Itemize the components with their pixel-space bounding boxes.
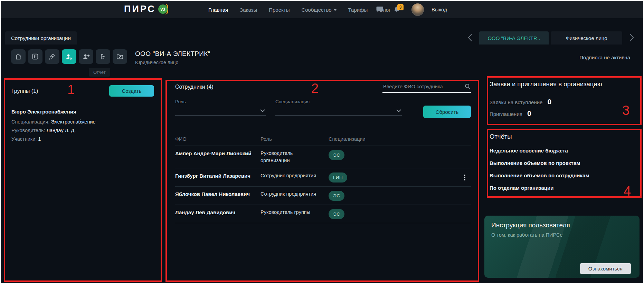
structure-icon[interactable] [96, 49, 110, 64]
top-navbar: ПИРС v3 Главная Заказы Проекты Сообществ… [1, 1, 643, 18]
employees-table-header: ФИО Роль Специализации [175, 136, 471, 146]
annotation-number-3: 3 [622, 103, 629, 118]
search-icon[interactable] [464, 83, 471, 90]
tabs-scroll-left-icon[interactable] [468, 34, 472, 41]
spec-filter-select[interactable] [275, 105, 402, 116]
instruction-subtitle: О том, как работать на ПИРСе [491, 232, 633, 238]
groups-title: Группы (1) [11, 88, 38, 94]
header-specs: Специализации [329, 136, 471, 142]
employees-title: Сотрудники (4) [175, 84, 214, 90]
folder-share-icon[interactable] [113, 49, 127, 64]
table-row[interactable]: Ландау Лев Давидович Руководитель группы… [175, 205, 471, 223]
tab-org-employees[interactable]: Сотрудники организации [5, 31, 77, 45]
nav-link-home[interactable]: Главная [208, 7, 228, 13]
nav-link-projects[interactable]: Проекты [269, 7, 290, 13]
nav-link-orders[interactable]: Заказы [240, 7, 257, 13]
org-type: Юридическое лицо [135, 60, 210, 65]
subscription-status: Подписка не активна [579, 55, 630, 60]
report-link-volumes-employees[interactable]: Выполнение объемов по сотрудникам [490, 172, 589, 179]
home-icon[interactable] [11, 49, 26, 64]
chevron-down-icon [396, 109, 401, 112]
table-row[interactable]: Гинзбург Виталий Лазаревич Сотрудник пре… [175, 168, 471, 187]
role-filter-label: Роль [175, 99, 186, 104]
header-role: Роль [261, 136, 329, 142]
group-members: Участники: 1 [11, 136, 150, 142]
reset-filters-button[interactable]: Сбросить [423, 106, 471, 118]
join-requests-counter: Заявки на вступление 0 [490, 98, 551, 106]
tab-organization[interactable]: ООО "ВИ-А ЭЛЕКТР... [479, 31, 549, 45]
screenshot-frame: ПИРС v3 Главная Заказы Проекты Сообществ… [0, 0, 644, 286]
tab-individual[interactable]: Физическое лицо [551, 31, 622, 45]
tabs-scroll-right-icon[interactable] [630, 34, 634, 41]
pen-icon[interactable] [45, 49, 59, 64]
org-title-block: ООО "ВИ-А ЭЛЕКТРИК" Юридическое лицо [135, 50, 210, 65]
chevron-down-icon [334, 9, 337, 11]
report-link-weekly-budget[interactable]: Недельное освоение бюджета [490, 147, 589, 154]
annotation-number-4: 4 [624, 184, 631, 199]
org-name: ООО "ВИ-А ЭЛЕКТРИК" [135, 50, 210, 58]
employee-search [382, 83, 471, 93]
reports-links: Недельное освоение бюджета Выполнение об… [490, 147, 589, 197]
spec-badge: ГИП [329, 172, 347, 183]
role-filter-select[interactable] [175, 105, 266, 116]
logout-link[interactable]: Выход [432, 7, 447, 12]
instruction-card: Инструкция пользователя О том, как работ… [484, 216, 640, 278]
main-nav: Главная Заказы Проекты Сообщество Тарифы… [208, 1, 391, 18]
spec-filter-label: Специализация [275, 99, 310, 104]
annotation-number-2: 2 [311, 81, 319, 96]
group-leader: Руководитель: Ландау Л. Д. [11, 128, 150, 133]
notification-badge: 3 [397, 4, 404, 10]
instruction-title: Инструкция пользователя [491, 221, 633, 229]
bell-icon[interactable]: 3 [394, 6, 400, 13]
employees-icon[interactable] [62, 49, 76, 64]
board-icon[interactable] [28, 49, 42, 64]
report-link-departments[interactable]: По отделам организации [490, 185, 589, 191]
employee-search-input[interactable] [382, 83, 464, 90]
spec-badge: ЭС [329, 191, 344, 201]
instruction-open-button[interactable]: Ознакомиться [580, 263, 631, 274]
group-list-item[interactable]: Бюро Электроснабжения Специализация: Эле… [11, 109, 150, 145]
invitations-counter: Приглашения 0 [490, 109, 531, 118]
nav-link-community[interactable]: Сообщество [301, 7, 336, 13]
chevron-down-icon [260, 109, 265, 112]
spec-badge: ЭС [329, 209, 344, 219]
chat-icon[interactable] [376, 6, 383, 13]
group-name: Бюро Электроснабжения [11, 109, 150, 115]
tooltip-report: Отчет [89, 68, 110, 77]
app-logo[interactable]: ПИРС v3 [124, 4, 168, 14]
employees-table: ФИО Роль Специализации Ампер Андре-Мари … [175, 136, 471, 223]
logo-version-badge: v3 [158, 4, 168, 14]
row-menu-icon[interactable] [462, 172, 467, 183]
report-link-volumes-projects[interactable]: Выполнение объемов по проектам [490, 160, 589, 166]
reports-panel-title: Отчёты [490, 133, 512, 140]
create-group-button[interactable]: Создать [109, 85, 154, 97]
group-specialization: Специализация: Электроснабжение [11, 119, 150, 125]
table-row[interactable]: Яблочков Павел Николаевич Сотрудник пред… [175, 187, 471, 205]
spec-badge: ЭС [329, 150, 344, 160]
requests-panel-title: Заявки и приглашения в организацию [490, 80, 602, 88]
app-window: ПИРС v3 Главная Заказы Проекты Сообществ… [1, 1, 643, 283]
header-fio: ФИО [175, 136, 261, 142]
groups-panel-header: Группы (1) Создать [11, 85, 154, 97]
org-toolbar [11, 49, 127, 64]
table-row[interactable]: Ампер Андре-Мари Лионский Руководитель о… [175, 146, 471, 168]
logo-text: ПИРС [124, 4, 156, 14]
partners-icon[interactable] [79, 49, 93, 64]
nav-link-tariffs[interactable]: Тарифы [348, 7, 368, 13]
user-avatar[interactable] [411, 3, 424, 16]
